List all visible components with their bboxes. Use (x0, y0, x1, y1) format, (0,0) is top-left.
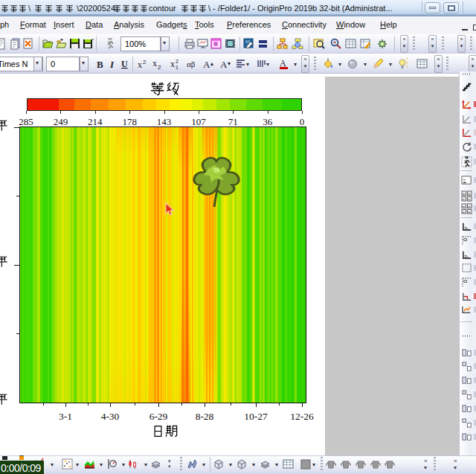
svg-text:I: I (109, 59, 115, 70)
svg-text:x: x (152, 58, 157, 68)
svg-text:A: A (280, 58, 286, 68)
svg-text:2: 2 (158, 64, 161, 70)
svg-text:αβ: αβ (187, 60, 196, 68)
svg-text:A: A (220, 59, 228, 70)
svg-text:x: x (138, 60, 142, 70)
svg-text:2: 2 (176, 59, 178, 64)
svg-text:2: 2 (143, 59, 147, 65)
svg-text:x: x (170, 59, 175, 69)
svg-text:B: B (97, 59, 103, 70)
svg-text:U: U (121, 59, 128, 69)
svg-text:1: 1 (176, 65, 178, 70)
svg-text:A: A (203, 59, 210, 70)
